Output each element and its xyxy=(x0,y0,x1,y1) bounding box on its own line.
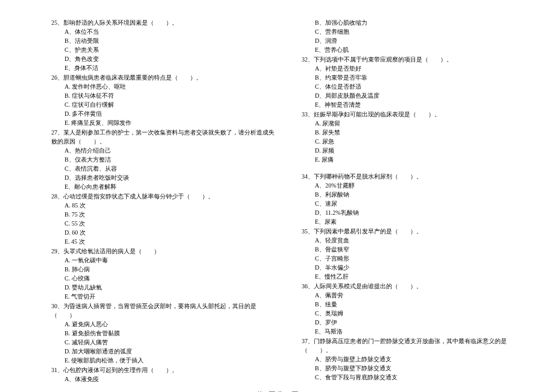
q26-opt-c: C. 症状可自行缓解 xyxy=(65,100,278,109)
q33-opt-d: D. 尿频 xyxy=(315,146,528,155)
q34-opt-d: D、11.2%乳酸钠 xyxy=(315,208,528,217)
q37-opt-c: C、食管下段与胃底静脉交通支 xyxy=(315,373,528,382)
q29-opt-c: C. 心绞痛 xyxy=(65,274,278,283)
q31-opt-d: D、润滑 xyxy=(315,36,528,45)
q29-stem: 29、头罩式给氧法适用的病人是（ ） xyxy=(51,247,278,256)
q32-opt-d: D、局部皮肤颜色及温度 xyxy=(315,91,528,100)
q26-stem: 26、胆道蛔虫病患者临床表现最重要的特点是（ ）。 xyxy=(51,73,278,82)
q34-opt-c: C、速尿 xyxy=(315,199,528,208)
q27-opt-c: C、表情沉着、从容 xyxy=(65,164,278,173)
q29-opt-e: E. 气管切开 xyxy=(65,292,278,301)
q32-opt-e: E、神智是否清楚 xyxy=(315,100,528,109)
q25-opt-e: E、身体不洁 xyxy=(65,63,278,72)
q29-opt-b: B. 肺心病 xyxy=(65,265,278,274)
q26-opt-a: A. 发作时伴恶心、呕吐 xyxy=(65,82,278,91)
q28-opt-a: A. 85 次 xyxy=(65,201,278,210)
question-30: 30、为昏迷病人插胃管，当胃管插至会厌部时，要将病人头部托起，其目的是（ ） A… xyxy=(51,302,278,365)
q34-opt-e: E、尿素 xyxy=(315,217,528,226)
q30-opt-b: B. 避免损伤食管黏膜 xyxy=(65,329,278,338)
question-29: 29、头罩式给氧法适用的病人是（ ） A. 一氧化碳中毒 B. 肺心病 C. 心… xyxy=(51,247,278,301)
q36-stem: 36、人际间关系模式是由谁提出的（ ）。 xyxy=(302,282,528,291)
q30-opt-c: C. 减轻病人痛苦 xyxy=(65,338,278,347)
q34-opt-a: A、20%甘露醇 xyxy=(315,181,528,190)
q35-opt-c: C、子宫畸形 xyxy=(315,254,528,263)
q34-stem: 34、下列哪种药物不是脱水利尿剂（ ）。 xyxy=(302,172,528,181)
q29-opt-a: A. 一氧化碳中毒 xyxy=(65,256,278,265)
question-28: 28、心动过缓是指安静状态下成人脉率每分钟少于（ ）。 A. 85 次 B. 7… xyxy=(51,192,278,246)
right-column: B、加强心肌收缩力 C、营养细胞 D、润滑 E、营养心肌 32、下列选项中不属于… xyxy=(296,18,528,384)
q33-opt-a: A. 尿潴留 xyxy=(315,119,528,128)
question-32: 32、下列选项中不属于约束带应观察的项目是（ ）。 A、衬垫是否垫好 B、约束带… xyxy=(302,55,528,109)
q26-opt-b: B. 症状与体征不符 xyxy=(65,91,278,100)
q35-opt-d: D、羊水偏少 xyxy=(315,263,528,272)
q36-opt-e: E、马斯洛 xyxy=(315,327,528,336)
q27-opt-d: D、选择患者吃饭时交谈 xyxy=(65,173,278,182)
q33-opt-e: E. 尿痛 xyxy=(315,155,528,164)
q30-opt-d: D. 加大咽喉部通道的弧度 xyxy=(65,347,278,356)
q31-stem: 31、心包腔内液体可起到的生理作用（ ）。 xyxy=(51,365,278,375)
q32-opt-c: C、体位是否舒适 xyxy=(315,82,528,91)
q31-opt-e: E、营养心肌 xyxy=(315,45,528,54)
q25-opt-a: A、体位不当 xyxy=(65,27,278,36)
q33-stem: 33、妊娠早期孕妇可能出现的临床表现是（ ）。 xyxy=(302,110,528,119)
q28-opt-b: B. 75 次 xyxy=(65,210,278,219)
q27-stem: 27、某人是刚参加工作的护士，第一次收集资料与患者交谈就失败了，请分析造成失败的… xyxy=(51,128,278,146)
q37-opt-b: B、脐旁与腹壁下静脉交通支 xyxy=(315,364,528,373)
q28-stem: 28、心动过缓是指安静状态下成人脉率每分钟少于（ ）。 xyxy=(51,192,278,201)
spacer xyxy=(302,165,528,172)
q37-stem: 37、门静脉高压症患者的门一腔静脉交通支开放曲张，其中最有临床意义的是（ ）。 xyxy=(302,337,528,355)
q36-opt-d: D、罗伊 xyxy=(315,318,528,327)
q35-opt-b: B、骨盆狭窄 xyxy=(315,245,528,254)
q35-opt-a: A、轻度贫血 xyxy=(315,236,528,245)
q32-opt-b: B、约束带是否牢靠 xyxy=(315,73,528,82)
q27-opt-e: E、耐心向患者解释 xyxy=(65,182,278,191)
q30-stem: 30、为昏迷病人插胃管，当胃管插至会厌部时，要将病人头部托起，其目的是（ ） xyxy=(51,302,278,320)
q25-opt-d: D、角色改变 xyxy=(65,54,278,63)
question-35: 35、下列因素中最易引发早产的是（ ）。 A、轻度贫血 B、骨盆狭窄 C、子宫畸… xyxy=(302,227,528,281)
q30-opt-e: E. 使喉部肌肉松弛，便于插入 xyxy=(65,356,278,365)
question-27: 27、某人是刚参加工作的护士，第一次收集资料与患者交谈就失败了，请分析造成失败的… xyxy=(51,128,278,191)
question-25: 25、影响舒适的人际关系环境因素是（ ）。 A、体位不当 B、活动受限 C、护患… xyxy=(51,18,278,72)
q35-opt-e: E、慢性乙肝 xyxy=(315,272,528,281)
question-33: 33、妊娠早期孕妇可能出现的临床表现是（ ）。 A. 尿潴留 B. 尿失禁 C.… xyxy=(302,110,528,164)
question-34: 34、下列哪种药物不是脱水利尿剂（ ）。 A、20%甘露醇 B、利尿酸钠 C、速… xyxy=(302,172,528,226)
q37-opt-a: A、脐旁与腹壁上静脉交通支 xyxy=(315,355,528,364)
q28-opt-c: C. 55 次 xyxy=(65,219,278,228)
q34-opt-b: B、利尿酸钠 xyxy=(315,190,528,199)
left-column: 25、影响舒适的人际关系环境因素是（ ）。 A、体位不当 B、活动受限 C、护患… xyxy=(51,18,296,384)
q28-opt-e: E. 45 次 xyxy=(65,237,278,246)
q30-opt-a: A. 避免病人恶心 xyxy=(65,320,278,329)
q32-opt-a: A、衬垫是否垫好 xyxy=(315,64,528,73)
q25-stem: 25、影响舒适的人际关系环境因素是（ ）。 xyxy=(51,18,278,27)
q26-opt-e: E. 疼痛呈反复、间隙发作 xyxy=(65,118,278,127)
q27-opt-b: B、仪表大方整洁 xyxy=(65,155,278,164)
q36-opt-b: B、纽曼 xyxy=(315,300,528,309)
q25-opt-b: B、活动受限 xyxy=(65,36,278,45)
q33-opt-c: C. 尿急 xyxy=(315,137,528,146)
question-26: 26、胆道蛔虫病患者临床表现最重要的特点是（ ）。 A. 发作时伴恶心、呕吐 B… xyxy=(51,73,278,127)
q35-stem: 35、下列因素中最易引发早产的是（ ）。 xyxy=(302,227,528,236)
q27-opt-a: A、热情介绍自己 xyxy=(65,146,278,155)
q31-opt-b: B、加强心肌收缩力 xyxy=(315,18,528,27)
q29-opt-d: D. 婴幼儿缺氧 xyxy=(65,283,278,292)
q31-opt-c: C、营养细胞 xyxy=(315,27,528,36)
q32-stem: 32、下列选项中不属于约束带应观察的项目是（ ）。 xyxy=(302,55,528,64)
q33-opt-b: B. 尿失禁 xyxy=(315,128,528,137)
q31-opt-a: A、体液免疫 xyxy=(65,375,278,384)
q36-opt-c: C、奥瑞姆 xyxy=(315,309,528,318)
q28-opt-d: D. 60 次 xyxy=(65,228,278,237)
question-36: 36、人际间关系模式是由谁提出的（ ）。 A、佩普劳 B、纽曼 C、奥瑞姆 D、… xyxy=(302,282,528,336)
q26-opt-d: D. 多不伴黄疸 xyxy=(65,109,278,118)
question-31-left: 31、心包腔内液体可起到的生理作用（ ）。 A、体液免疫 xyxy=(51,365,278,384)
q25-opt-c: C、护患关系 xyxy=(65,45,278,54)
page-content: 25、影响舒适的人际关系环境因素是（ ）。 A、体位不当 B、活动受限 C、护患… xyxy=(0,0,555,390)
q36-opt-a: A、佩普劳 xyxy=(315,291,528,300)
question-31-right: B、加强心肌收缩力 C、营养细胞 D、润滑 E、营养心肌 xyxy=(302,18,528,54)
question-37: 37、门静脉高压症患者的门一腔静脉交通支开放曲张，其中最有临床意义的是（ ）。 … xyxy=(302,337,528,382)
